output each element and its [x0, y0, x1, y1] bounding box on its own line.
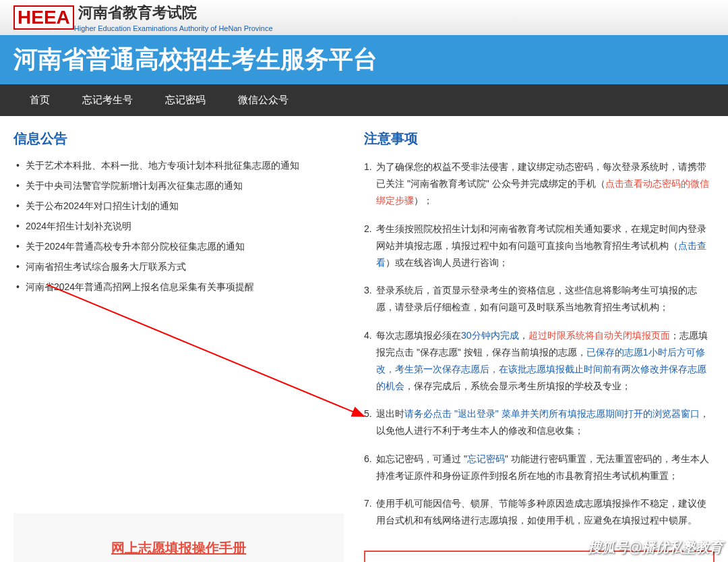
bulletin-item[interactable]: 河南省招生考试综合服务大厅联系方式: [13, 257, 344, 277]
logo-abbr: HEEA: [13, 5, 74, 30]
bulletin-list: 关于艺术本科批、本科一批、地方专项计划本科批征集志愿的通知 关于中央司法警官学院…: [13, 156, 344, 298]
org-name-cn: 河南省教育考试院: [78, 4, 197, 21]
bulletin-item[interactable]: 关于公布2024年对口招生计划的通知: [13, 196, 344, 217]
notice-item: 退出时请务必点击 "退出登录" 菜单并关闭所有填报志愿期间打开的浏览器窗口，以免…: [364, 403, 715, 447]
bulletin-title: 信息公告: [13, 130, 344, 148]
watermark: 搜狐号@播优私塾教育: [588, 538, 723, 557]
nav-home[interactable]: 首页: [13, 84, 66, 116]
nav-forgot-password[interactable]: 忘记密码: [149, 84, 222, 116]
notice-item: 如忘记密码，可通过 "忘记密码" 功能进行密码重置，无法重置密码的，考生本人持准…: [364, 448, 715, 493]
notice-title: 注意事项: [364, 130, 715, 148]
manual-box: 网上志愿填报操作手册 网上志愿填报志愿草表: [13, 513, 344, 562]
notice-item: 每次志愿填报必须在30分钟内完成，超过时限系统将自动关闭填报页面；志愿填报完点击…: [364, 325, 715, 403]
nav-wechat[interactable]: 微信公众号: [222, 84, 305, 116]
manual-link-guide[interactable]: 网上志愿填报操作手册: [34, 534, 324, 562]
notice-item: 为了确保您的权益不受非法侵害，建议绑定动态密码，每次登录系统时，请携带已关注 "…: [364, 156, 715, 218]
notice-list: 为了确保您的权益不受非法侵害，建议绑定动态密码，每次登录系统时，请携带已关注 "…: [364, 156, 715, 537]
notice-item: 登录系统后，首页显示登录考生的资格信息，这些信息将影响考生可填报的志愿，请登录后…: [364, 279, 715, 324]
bulletin-item[interactable]: 2024年招生计划补充说明: [13, 217, 344, 237]
notice-item: 考生须按照院校招生计划和河南省教育考试院相关通知要求，在规定时间内登录网站并填报…: [364, 218, 715, 280]
notice-item: 使用手机可能因信号、锁屏、节能等多种原因造成志愿填报操作不稳定，建议使用台式机和…: [364, 493, 715, 537]
bulletin-item[interactable]: 河南省2024年普通高招网上报名信息采集有关事项提醒: [13, 277, 344, 298]
org-name-en: Higher Education Examinations Authority …: [74, 24, 273, 32]
nav-forgot-id[interactable]: 忘记考生号: [66, 84, 149, 116]
platform-title: 河南省普通高校招生考生服务平台: [0, 35, 728, 84]
logo: HEEA 河南省教育考试院 Higher Education Examinati…: [13, 3, 273, 32]
forgot-pwd-link[interactable]: 忘记密码: [467, 453, 505, 464]
nav-bar: 首页 忘记考生号 忘记密码 微信公众号: [0, 84, 728, 116]
bulletin-item[interactable]: 关于2024年普通高校专升本部分院校征集志愿的通知: [13, 237, 344, 257]
header-org: HEEA 河南省教育考试院 Higher Education Examinati…: [0, 0, 728, 35]
bulletin-item[interactable]: 关于中央司法警官学院新增计划再次征集志愿的通知: [13, 176, 344, 196]
bulletin-item[interactable]: 关于艺术本科批、本科一批、地方专项计划本科批征集志愿的通知: [13, 156, 344, 176]
